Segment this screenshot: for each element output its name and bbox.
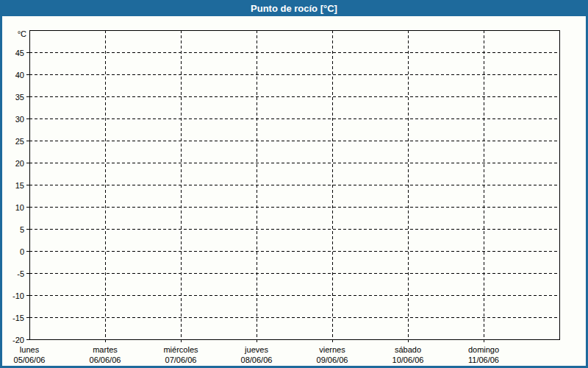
y-tick-label: 40: [15, 71, 24, 79]
y-tick-label: 0: [20, 247, 24, 256]
x-day-label: martes: [93, 345, 118, 354]
dewpoint-chart: 454035302520151050-5-10-15-20°Clunes05/0…: [2, 16, 586, 366]
x-day-label: miércoles: [163, 345, 198, 354]
x-day-label: jueves: [244, 345, 268, 354]
y-tick-label: 10: [15, 203, 24, 212]
y-tick-label: 35: [15, 93, 24, 102]
x-date-label: 08/06/06: [241, 355, 273, 364]
chart-window: Punto de rocío [°C] 454035302520151050-5…: [0, 0, 588, 368]
y-tick-label: 5: [20, 225, 24, 234]
x-date-label: 09/06/06: [317, 355, 348, 364]
y-tick-label: 30: [15, 115, 24, 124]
chart-title: Punto de rocío [°C]: [251, 3, 337, 14]
y-tick-label: -10: [12, 291, 24, 300]
chart-content-area: 454035302520151050-5-10-15-20°Clunes05/0…: [2, 16, 586, 366]
x-date-label: 10/06/06: [392, 355, 424, 364]
x-day-label: domingo: [468, 345, 499, 354]
chart-title-bar: Punto de rocío [°C]: [0, 0, 588, 16]
y-tick-label: 25: [15, 137, 24, 146]
y-tick-label: -20: [12, 336, 24, 344]
y-tick-label: 20: [15, 159, 24, 168]
y-tick-label: 45: [15, 49, 24, 57]
y-tick-label: 15: [15, 181, 24, 190]
y-tick-label: -5: [17, 269, 24, 278]
x-day-label: sábado: [395, 345, 421, 354]
x-date-label: 07/06/06: [165, 355, 197, 364]
x-date-label: 05/06/06: [14, 355, 46, 364]
y-axis-unit-label: °C: [18, 29, 26, 38]
x-day-label: lunes: [20, 345, 40, 354]
y-tick-label: -15: [12, 314, 24, 322]
x-date-label: 06/06/06: [90, 355, 121, 364]
x-day-label: viernes: [319, 345, 345, 354]
x-date-label: 11/06/06: [468, 355, 499, 364]
